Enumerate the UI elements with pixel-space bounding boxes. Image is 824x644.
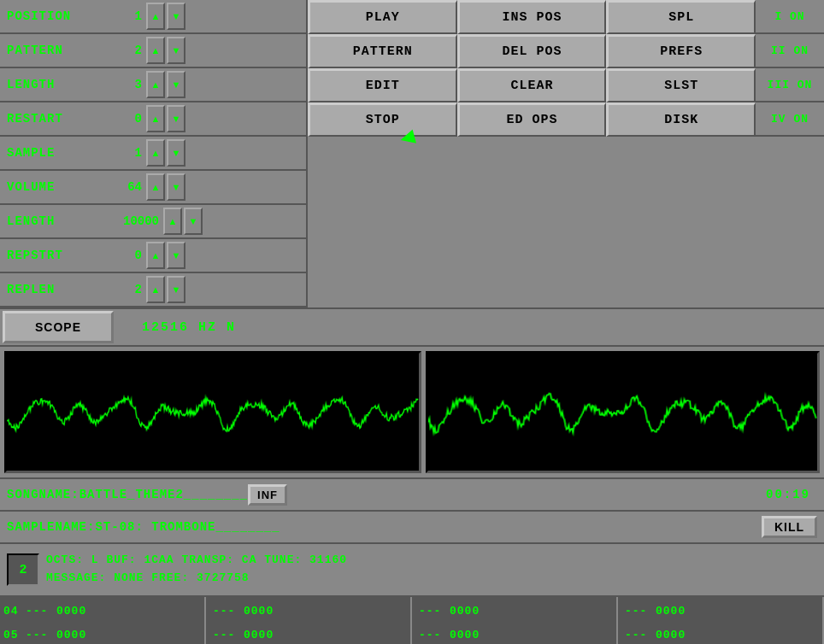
position-down[interactable]: ▼ <box>167 3 185 30</box>
sample-row: SAMPLE 1 ▲ ▼ <box>0 137 308 171</box>
note-value: --- <box>419 629 450 641</box>
pattern-row[interactable]: 05---0000 <box>3 623 201 644</box>
pattern-label: PATTERN <box>0 44 94 57</box>
waveform-right[interactable] <box>426 351 820 473</box>
position-value: 1 <box>94 9 145 23</box>
on-3: III ON <box>756 68 824 102</box>
replen-row: REPLEN 2 ▲ ▼ <box>0 273 308 307</box>
pattern-value: 2 <box>94 44 145 57</box>
sample-length-value: 10000 <box>94 214 162 228</box>
kill-button[interactable]: KILL <box>762 516 817 538</box>
pattern-row[interactable]: ---0000 <box>209 599 407 623</box>
position-label: POSITION <box>0 9 94 23</box>
note-value: --- <box>26 629 56 641</box>
pattern-value: 0000 <box>244 629 274 641</box>
right-buttons: PLAY INS POS SPL I ON PATTERN DEL POS PR… <box>308 0 824 307</box>
pattern-down[interactable]: ▼ <box>167 37 185 64</box>
play-button[interactable]: PLAY <box>308 0 457 34</box>
sample-up[interactable]: ▲ <box>146 139 165 167</box>
note-value: --- <box>625 605 656 618</box>
replen-label: REPLEN <box>0 283 94 296</box>
prefs-button[interactable]: PREFS <box>606 34 756 68</box>
restart-up[interactable]: ▲ <box>146 105 165 132</box>
clear-button[interactable]: CLEAR <box>457 68 607 102</box>
slst-button[interactable]: SLST <box>606 68 756 102</box>
repstrt-up[interactable]: ▲ <box>146 242 165 269</box>
sample-length-down[interactable]: ▼ <box>184 208 203 235</box>
pattern-value: 0000 <box>656 629 686 641</box>
pattern-up[interactable]: ▲ <box>146 37 165 64</box>
restart-value: 0 <box>94 112 145 126</box>
edit-button[interactable]: EDIT <box>308 68 457 102</box>
length-down[interactable]: ▼ <box>167 71 185 98</box>
length-up[interactable]: ▲ <box>146 71 165 98</box>
spl-button[interactable]: SPL <box>606 0 756 34</box>
disk-button[interactable]: DISK <box>606 102 756 137</box>
replen-value: 2 <box>94 283 145 296</box>
songname-value: BATTLE_THEME2________ <box>79 488 248 501</box>
scope-row: SCOPE 12516 HZ N <box>0 309 824 347</box>
pattern-value: 0000 <box>656 605 686 618</box>
pattern-col-0: 04---000005---000006F-2200007---000008F-… <box>0 597 206 644</box>
sample-length-row: LENGTH 10000 ▲ ▼ <box>0 205 308 239</box>
pattern-col-3: ---0000---0000---0000---0000G-23000---00… <box>618 597 824 644</box>
length-value: 3 <box>94 78 145 91</box>
channel-number: 2 <box>7 553 39 586</box>
replen-down[interactable]: ▼ <box>167 276 185 303</box>
pattern-row[interactable]: ---0000 <box>415 623 613 644</box>
repstrt-label: REPSTRT <box>0 249 94 262</box>
row-number: 04 <box>3 605 26 618</box>
stop-button[interactable]: STOP <box>308 102 457 137</box>
note-value: --- <box>213 629 244 641</box>
length-row: LENGTH 3 ▲ ▼ <box>0 68 308 102</box>
replen-up[interactable]: ▲ <box>146 276 165 303</box>
note-value: --- <box>26 605 56 618</box>
pattern-grid: 04---000005---000006F-2200007---000008F-… <box>0 597 824 644</box>
row-number: 05 <box>3 629 26 641</box>
pattern-row: PATTERN 2 ▲ ▼ <box>0 34 308 68</box>
sample-down[interactable]: ▼ <box>167 139 185 167</box>
pattern-row[interactable]: ---0000 <box>621 623 819 644</box>
sample-length-up[interactable]: ▲ <box>163 208 182 235</box>
pattern-row[interactable]: ---0000 <box>621 599 819 623</box>
tracker-main: POSITION 1 ▲ ▼ PATTERN 2 ▲ ▼ LENGTH 3 ▲ … <box>0 0 824 644</box>
ed-ops-button[interactable]: ED OPS <box>457 102 607 137</box>
info-text: OCTS: L BUF: 1CAA TRANSP: CA TUNE: 31160… <box>46 552 347 588</box>
repstrt-down[interactable]: ▼ <box>167 242 185 269</box>
info-row: 2 OCTS: L BUF: 1CAA TRANSP: CA TUNE: 311… <box>0 544 824 597</box>
sample-value: 1 <box>94 146 145 160</box>
inf-button[interactable]: INF <box>248 484 287 506</box>
pattern-col-1: ---0000---0000A-21000---0000G-21000---00… <box>206 597 412 644</box>
volume-label: VOLUME <box>0 180 94 194</box>
pattern-area: 04---000005---000006F-2200007---000008F-… <box>0 597 824 644</box>
waveform-left[interactable] <box>4 351 421 473</box>
del-pos-button[interactable]: DEL POS <box>457 34 607 68</box>
restart-row: RESTART 0 ▲ ▼ <box>0 102 308 137</box>
note-value: --- <box>419 605 450 618</box>
pattern-button[interactable]: PATTERN <box>308 34 457 68</box>
scope-button[interactable]: SCOPE <box>3 311 114 343</box>
repstrt-value: 0 <box>94 249 145 262</box>
pattern-row[interactable]: 04---0000 <box>3 599 201 623</box>
volume-down[interactable]: ▼ <box>167 173 185 201</box>
restart-down[interactable]: ▼ <box>167 105 185 132</box>
volume-up[interactable]: ▲ <box>146 173 165 201</box>
note-value: --- <box>213 605 244 618</box>
repstrt-row: REPSTRT 0 ▲ ▼ <box>0 239 308 273</box>
restart-label: RESTART <box>0 112 94 126</box>
pattern-col-2: ---0000---0000F-21000---0000B-21000---00… <box>412 597 618 644</box>
pattern-value: 0000 <box>56 629 86 641</box>
samplename-value: ST-08: TROMBONE________ <box>95 520 280 534</box>
songname-row: SONGNAME: BATTLE_THEME2________ INF 00:1… <box>0 479 824 512</box>
sample-label: SAMPLE <box>0 146 94 160</box>
pattern-row[interactable]: ---0000 <box>415 599 613 623</box>
sample-length-label: LENGTH <box>0 214 94 228</box>
volume-value: 64 <box>94 180 145 194</box>
ins-pos-button[interactable]: INS POS <box>457 0 607 34</box>
frequency-display: 12516 HZ N <box>116 320 236 335</box>
samplename-label: SAMPLENAME: <box>7 520 95 534</box>
pattern-value: 0000 <box>450 629 480 641</box>
left-controls: POSITION 1 ▲ ▼ PATTERN 2 ▲ ▼ LENGTH 3 ▲ … <box>0 0 308 307</box>
position-up[interactable]: ▲ <box>146 3 165 30</box>
pattern-row[interactable]: ---0000 <box>209 623 407 644</box>
